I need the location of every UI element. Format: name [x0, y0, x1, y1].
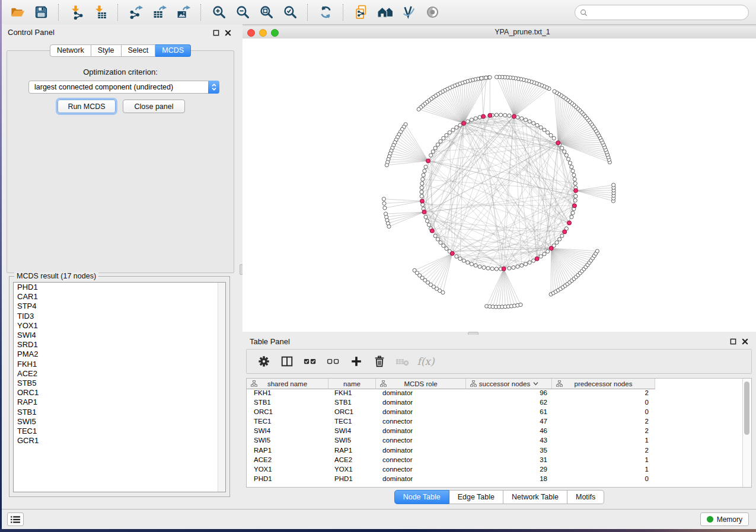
create-column-icon[interactable] [349, 354, 364, 369]
mcds-hub-node [535, 257, 539, 261]
table-cell: 29 [466, 466, 552, 475]
zoom-out-icon[interactable] [234, 4, 251, 21]
open-folder-icon[interactable] [8, 4, 26, 21]
table-row[interactable]: PHD1PHD1dominator180 [247, 475, 743, 485]
table-cell: SWI4 [328, 427, 376, 437]
tab-node-table[interactable]: Node Table [394, 490, 449, 504]
control-panel-header: Control Panel [2, 24, 239, 40]
mcds-result-item[interactable]: PHD1 [14, 283, 225, 292]
float-panel-icon[interactable] [212, 28, 220, 37]
mcds-result-list[interactable]: PHD1CAR1STP4TID3YOX1SWI4SRD1PMA2FKH1ACE2… [13, 282, 226, 492]
table-row[interactable]: FKH1FKH1dominator962 [247, 389, 743, 399]
mcds-result-item[interactable]: YOX1 [14, 321, 225, 331]
optimization-select[interactable]: largest connected component (undirected) [28, 81, 219, 94]
table-row[interactable]: TEC1TEC1connector472 [247, 418, 743, 427]
table-row[interactable]: ORC1ORC1dominator610 [247, 408, 743, 418]
import-network-icon[interactable] [68, 4, 85, 21]
mcds-result-item[interactable]: SWI4 [14, 331, 225, 340]
delete-table-icon [395, 354, 410, 369]
tab-style[interactable]: Style [91, 44, 122, 57]
table-cell: TEC1 [328, 418, 376, 427]
save-icon[interactable] [32, 4, 50, 21]
mcds-result-item[interactable]: CAR1 [14, 292, 225, 302]
mcds-result-item[interactable]: ACE2 [14, 369, 225, 379]
tab-network[interactable]: Network [50, 44, 91, 57]
table-row[interactable]: ACE2ACE2connector311 [247, 456, 743, 466]
search-input[interactable] [590, 7, 748, 18]
mcds-result-item[interactable]: TID3 [14, 312, 225, 321]
network-canvas[interactable] [243, 39, 756, 332]
scrollbar-thumb[interactable] [744, 382, 749, 435]
refresh-icon[interactable] [317, 4, 334, 21]
minimize-window-icon[interactable] [259, 29, 267, 37]
column-header-shared-name[interactable]: shared name [247, 379, 328, 389]
zoom-selected-icon[interactable] [281, 4, 299, 21]
table-row[interactable]: SWI5SWI5connector431 [247, 437, 743, 446]
maximize-window-icon[interactable] [271, 29, 279, 37]
table-panel: Table Panel f(x) shared namenameMCDS rol… [243, 335, 756, 509]
clone-network-icon[interactable] [352, 4, 370, 21]
memory-button[interactable]: Memory [700, 512, 749, 526]
column-header-MCDS-role[interactable]: MCDS role [376, 379, 466, 389]
mcds-hub-node [572, 204, 576, 208]
table-cell: PHD1 [328, 475, 376, 485]
table-row[interactable]: STB1STB1dominator620 [247, 399, 743, 408]
table-cell: 2 [552, 418, 655, 427]
mcds-hub-node [567, 221, 572, 225]
table-cell: 2 [552, 389, 655, 399]
mcds-result-item[interactable]: STB5 [14, 379, 225, 388]
tab-mcds[interactable]: MCDS [155, 44, 191, 57]
mcds-result-item[interactable]: TEC1 [14, 427, 225, 436]
mcds-list-scrollbar[interactable] [218, 283, 225, 492]
table-scrollbar[interactable] [742, 379, 751, 487]
settings-gear-icon[interactable] [256, 354, 272, 369]
mcds-result-item[interactable]: STP4 [14, 302, 225, 311]
tab-select[interactable]: Select [122, 44, 156, 57]
show-columns-icon[interactable] [302, 354, 318, 369]
table-row[interactable]: SWI4SWI4dominator462 [247, 427, 743, 437]
export-network-icon[interactable] [127, 4, 145, 21]
mcds-result-item[interactable]: STB1 [14, 408, 225, 417]
table-row[interactable]: RAP1RAP1dominator352 [247, 447, 743, 456]
search-box [575, 5, 749, 20]
zoom-in-icon[interactable] [210, 4, 228, 21]
mcds-result-item[interactable]: SWI5 [14, 417, 225, 427]
export-table-icon[interactable] [151, 4, 168, 21]
task-history-button[interactable] [7, 512, 24, 526]
mcds-result-item[interactable]: SRD1 [14, 340, 225, 350]
table-row[interactable]: YOX1YOX1connector291 [247, 466, 743, 475]
close-panel-icon[interactable] [224, 28, 232, 37]
tab-motifs[interactable]: Motifs [567, 490, 604, 504]
import-table-icon[interactable] [91, 4, 109, 21]
table-cell: 46 [466, 427, 552, 437]
table-cell: 1 [552, 466, 655, 475]
column-header-name[interactable]: name [328, 379, 376, 389]
hide-columns-icon[interactable] [326, 354, 341, 369]
mcds-result-item[interactable]: FKH1 [14, 360, 225, 369]
graphics-details-icon[interactable] [400, 4, 417, 21]
birds-eye-icon[interactable] [423, 4, 441, 21]
export-image-icon[interactable] [174, 4, 192, 21]
zoom-fit-icon[interactable] [257, 4, 275, 21]
close-panel-button[interactable]: Close panel [123, 100, 185, 113]
column-header-successor-nodes[interactable]: successor nodes [466, 379, 552, 389]
table-mode-icon[interactable] [279, 354, 295, 369]
status-bar: Memory [2, 509, 756, 529]
mcds-result-item[interactable]: ORC1 [14, 388, 225, 398]
table-cell: 62 [466, 399, 552, 408]
home-icon[interactable] [376, 4, 394, 21]
tab-network-table[interactable]: Network Table [503, 490, 567, 504]
close-window-icon[interactable] [247, 29, 255, 37]
delete-column-icon[interactable] [372, 354, 387, 369]
network-title: YPA_prune.txt_1 [495, 28, 550, 36]
mcds-result-item[interactable]: RAP1 [14, 398, 225, 407]
run-mcds-button[interactable]: Run MCDS [58, 100, 116, 113]
mcds-result-item[interactable]: GCR1 [14, 436, 225, 446]
tab-edge-table[interactable]: Edge Table [449, 490, 503, 504]
column-header-predecessor-nodes[interactable]: predecessor nodes [552, 379, 655, 389]
close-panel-icon[interactable] [741, 337, 749, 345]
table-cell: 47 [466, 418, 552, 427]
float-panel-icon[interactable] [729, 337, 737, 345]
table-body: FKH1FKH1dominator962STB1STB1dominator620… [247, 389, 743, 487]
mcds-result-item[interactable]: PMA2 [14, 350, 225, 359]
